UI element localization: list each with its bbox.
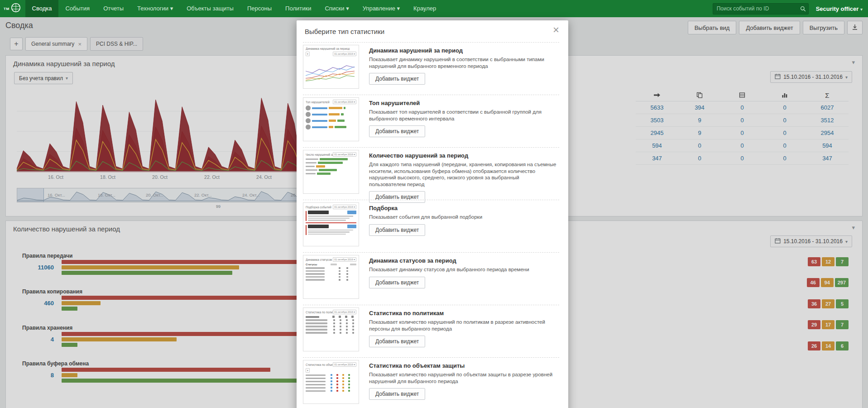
thumb-text-block [346, 322, 348, 324]
widget-type-option-top: Топ нарушителей01 октября 2016 ▾Топ нару… [297, 95, 568, 147]
thumb-name-block [312, 107, 327, 109]
navbar-right: Security officer ▾ [713, 3, 868, 14]
thumb-violator-row [306, 125, 356, 130]
nav-item-policies[interactable]: Политики [278, 0, 318, 17]
thumb-violator-row [306, 112, 356, 117]
thumb-text-block [306, 384, 326, 385]
thumb-text-block [331, 387, 332, 389]
widget-type-option-events: Подборка событий01 октября 2016 ▾Подборк… [297, 200, 568, 252]
thumb-date-chip: 01 октября 2016 ▾ [333, 152, 356, 157]
thumb-header: Топ нарушителей01 октября 2016 ▾ [306, 100, 356, 104]
thumb-bar-row [306, 169, 356, 171]
thumb-header: Динамика статусов01 октября 2016 ▾ [306, 257, 356, 262]
thumb-text-block [333, 329, 335, 331]
thumb-date-chip: 01 октября 2016 ▾ [333, 362, 356, 367]
avatar [306, 125, 311, 130]
thumb-text-block [331, 390, 332, 392]
thumb-subtitle: Статусы [306, 263, 317, 266]
thumb-divider [306, 222, 356, 223]
thumb-text-block [306, 276, 325, 278]
add-widget-button[interactable]: Добавить виджет [369, 277, 425, 288]
navbar: TM СводкаСобытияОтчетыТехнологии ▾Объект… [0, 0, 868, 17]
user-name: Security officer [816, 5, 859, 12]
thumb-text-block [308, 211, 329, 214]
nav-item-reports[interactable]: Отчеты [96, 0, 130, 17]
nav-item-crawler[interactable]: Краулер [407, 0, 443, 17]
thumb-status-row [306, 273, 356, 275]
thumb-text-block [331, 380, 332, 382]
nav-item-protected-objects[interactable]: Объекты защиты [180, 0, 240, 17]
thumb-text-block [331, 384, 332, 385]
thumb-text-block [329, 126, 333, 128]
option-title: Подборка [369, 200, 556, 211]
thumb-text-block [345, 316, 347, 318]
app-root: TM СводкаСобытияОтчетыТехнологии ▾Объект… [0, 0, 868, 408]
thumb-text-block [348, 380, 350, 382]
thumb-text-block [351, 316, 354, 318]
thumb-text-block [346, 270, 348, 272]
thumb-line-chart [306, 58, 356, 83]
widget-thumbnail-policies: Статистика по политикам01 октября 2016 ▾ [303, 307, 359, 351]
widget-type-option-policies: Статистика по политикам01 октября 2016 ▾… [297, 305, 568, 357]
thumb-text-block [318, 162, 343, 164]
thumb-title: Статистика по политикам [306, 311, 333, 314]
widget-type-option-objects: Статистика по объектам защиты01 октября … [297, 357, 568, 408]
thumb-title: Подборка событий [306, 206, 331, 209]
search-icon[interactable] [800, 5, 806, 14]
thumb-text-block [317, 173, 331, 175]
thumb-policy-row [306, 322, 356, 324]
nav-item-management[interactable]: Управление ▾ [356, 0, 407, 17]
thumb-status-row [306, 267, 356, 269]
thumb-text-block [335, 126, 346, 128]
add-widget-button[interactable]: Добавить виджет [369, 224, 425, 236]
severity-bar [306, 211, 307, 221]
thumb-text-line [308, 216, 353, 217]
thumb-text-block [352, 329, 354, 331]
widget-thumbnail-bars: Число нарушений за период01 октября 2016… [303, 150, 359, 194]
thumb-text-block [306, 332, 327, 334]
thumb-text-block [306, 319, 327, 321]
thumb-text-block [329, 107, 342, 109]
add-widget-button[interactable]: Добавить виджет [369, 336, 425, 347]
logo[interactable]: TM [0, 3, 25, 14]
thumb-text-block [346, 273, 348, 275]
user-menu[interactable]: Security officer ▾ [816, 5, 863, 12]
thumb-header: Подборка событий01 октября 2016 ▾ [306, 205, 356, 209]
nav-item-lists[interactable]: Списки ▾ [318, 0, 355, 17]
thumb-text-block [306, 329, 327, 331]
thumb-text-block [342, 384, 344, 385]
nav-item-persons[interactable]: Персоны [240, 0, 278, 17]
thumb-text-block [348, 374, 350, 376]
thumb-event-card [306, 211, 356, 221]
thumb-text-block [336, 387, 338, 389]
thumb-title: Динамика нарушений за период [306, 47, 350, 50]
nav-item-events[interactable]: События [58, 0, 96, 17]
search-input[interactable] [713, 3, 809, 14]
thumb-text-block [340, 322, 341, 324]
thumb-text-line [308, 220, 346, 221]
thumb-header: Число нарушений за период01 октября 2016… [306, 152, 356, 157]
nav-item-technologies[interactable]: Технологии ▾ [130, 0, 180, 17]
close-icon[interactable]: × [550, 24, 562, 36]
thumb-text-block [306, 270, 325, 272]
thumb-text-block [320, 158, 348, 160]
thumb-text-block [306, 316, 319, 318]
widget-thumbnail-line: Динамика нарушений за период▾01 октября … [303, 45, 359, 89]
thumb-title: Топ нарушителей [306, 101, 330, 104]
thumb-title: Динамика статусов [306, 258, 332, 261]
thumb-policy-row [306, 332, 356, 334]
thumb-table-head: Статусы [306, 263, 356, 266]
statistics-type-modal: Выберите тип статистики × Динамика наруш… [297, 20, 568, 408]
thumb-text-block [350, 264, 356, 265]
add-widget-button[interactable]: Добавить виджет [369, 125, 425, 137]
thumb-text-block [342, 374, 344, 376]
add-widget-button[interactable]: Добавить виджет [369, 388, 425, 400]
thumb-text-block [339, 316, 341, 318]
option-title: Статистика по объектам защиты [369, 357, 556, 369]
thumb-object-row [306, 390, 356, 392]
thumb-text-block [347, 225, 356, 228]
nav-item-summary[interactable]: Сводка [25, 0, 59, 17]
thumb-text-block [346, 326, 348, 327]
add-widget-button[interactable]: Добавить виджет [369, 73, 425, 85]
thumb-text-block [306, 173, 316, 175]
